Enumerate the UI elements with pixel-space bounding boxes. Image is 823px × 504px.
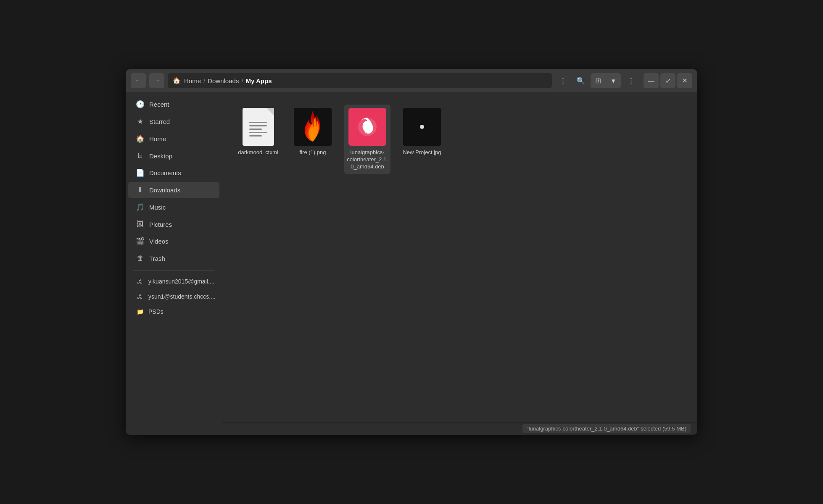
doc-icon <box>243 108 274 146</box>
music-icon: 🎵 <box>136 203 144 212</box>
file-name-deb: lunalgraphics-colortheater_2.1.0_amd64.d… <box>347 149 388 171</box>
sidebar-item-drive3[interactable]: 📁 PSDs <box>128 304 219 319</box>
sidebar-label-downloads: Downloads <box>149 186 180 194</box>
drive2-icon: 🖧 <box>136 293 144 300</box>
status-text: "lunalgraphics-colortheater_2.1.0_amd64.… <box>522 424 691 433</box>
sidebar-item-recent[interactable]: 🕐 Recent <box>128 96 219 113</box>
file-icon-darkmood <box>239 108 277 146</box>
sidebar: 🕐 Recent ★ Starred 🏠 Home 🖥 Desktop 📄 Do… <box>126 92 222 435</box>
drive1-icon: 🖧 <box>136 278 144 285</box>
sidebar-label-recent: Recent <box>149 101 169 108</box>
jpg-dot <box>420 125 424 129</box>
sidebar-label-home: Home <box>149 135 166 142</box>
jpg-preview <box>403 108 441 146</box>
file-item-newproject[interactable]: New Project.jpg <box>399 105 445 174</box>
breadcrumb-current: My Apps <box>246 77 272 84</box>
sidebar-item-starred[interactable]: ★ Starred <box>128 113 219 130</box>
sidebar-item-music[interactable]: 🎵 Music <box>128 199 219 215</box>
file-manager-window: ← → 🏠 Home / Downloads / My Apps ⋮ 🔍 ⊞ ▾… <box>126 69 697 435</box>
drive3-icon: 📁 <box>136 308 144 315</box>
view-grid-button[interactable]: ⊞ <box>591 73 606 88</box>
sidebar-item-drive2[interactable]: 🖧 ysun1@students.chccs.... <box>128 289 219 304</box>
file-icon-fire <box>294 108 332 146</box>
view-toggle-group: ⊞ ▾ <box>591 73 621 88</box>
home-icon: 🏠 <box>173 77 181 84</box>
file-item-fire[interactable]: fire (1).png <box>290 105 336 174</box>
home-sidebar-icon: 🏠 <box>136 134 144 143</box>
breadcrumb-home[interactable]: Home <box>184 77 201 84</box>
deb-icon <box>348 108 386 146</box>
desktop-icon: 🖥 <box>136 152 144 160</box>
back-button[interactable]: ← <box>131 73 146 88</box>
sidebar-label-pictures: Pictures <box>149 221 172 228</box>
statusbar: "lunalgraphics-colortheater_2.1.0_amd64.… <box>222 422 697 435</box>
sidebar-label-documents: Documents <box>149 169 181 176</box>
sidebar-label-drive1: yikuansun2015@gmail.... <box>148 278 214 285</box>
file-icon-deb <box>348 108 386 146</box>
file-item-deb[interactable]: lunalgraphics-colortheater_2.1.0_amd64.d… <box>344 105 390 174</box>
minimize-button[interactable]: — <box>644 73 659 88</box>
close-button[interactable]: ✕ <box>677 73 692 88</box>
breadcrumb-sep-1: / <box>203 77 205 84</box>
starred-icon: ★ <box>136 117 144 126</box>
main-content: darkmood. ctxml <box>222 92 697 435</box>
header-actions: ⋮ 🔍 ⊞ ▾ ⋮ <box>555 73 638 88</box>
more-options-button[interactable]: ⋮ <box>623 73 638 88</box>
sidebar-item-home[interactable]: 🏠 Home <box>128 131 219 147</box>
search-button[interactable]: 🔍 <box>573 73 588 88</box>
forward-button[interactable]: → <box>149 73 164 88</box>
sidebar-label-videos: Videos <box>149 238 169 245</box>
sidebar-separator <box>133 270 214 271</box>
sidebar-item-downloads[interactable]: ⬇ Downloads <box>128 182 219 198</box>
debian-logo-svg <box>355 114 380 139</box>
sidebar-item-documents[interactable]: 📄 Documents <box>128 165 219 181</box>
menu-button[interactable]: ⋮ <box>555 73 570 88</box>
file-icon-newproject <box>403 108 441 146</box>
pictures-icon: 🖼 <box>136 220 144 228</box>
sidebar-item-videos[interactable]: 🎬 Videos <box>128 233 219 249</box>
sidebar-item-drive1[interactable]: 🖧 yikuansun2015@gmail.... <box>128 274 219 289</box>
recent-icon: 🕐 <box>136 100 144 109</box>
body: 🕐 Recent ★ Starred 🏠 Home 🖥 Desktop 📄 Do… <box>126 92 697 435</box>
sidebar-label-drive2: ysun1@students.chccs.... <box>148 293 216 300</box>
downloads-icon: ⬇ <box>136 186 144 194</box>
doc-line-1 <box>249 122 267 123</box>
maximize-button[interactable]: ⤢ <box>660 73 675 88</box>
file-name-newproject: New Project.jpg <box>403 149 441 156</box>
files-area: darkmood. ctxml <box>222 92 697 422</box>
titlebar: ← → 🏠 Home / Downloads / My Apps ⋮ 🔍 ⊞ ▾… <box>126 69 697 92</box>
breadcrumb-downloads[interactable]: Downloads <box>208 77 239 84</box>
sidebar-label-trash: Trash <box>149 255 165 262</box>
file-item-darkmood[interactable]: darkmood. ctxml <box>235 105 281 174</box>
breadcrumb-sep-2: / <box>241 77 243 84</box>
doc-line-2 <box>249 125 267 126</box>
doc-line-4 <box>249 132 267 133</box>
window-controls: — ⤢ ✕ <box>644 73 692 88</box>
sidebar-label-desktop: Desktop <box>149 152 172 160</box>
view-chevron-button[interactable]: ▾ <box>606 73 621 88</box>
documents-icon: 📄 <box>136 168 144 177</box>
sidebar-item-pictures[interactable]: 🖼 Pictures <box>128 216 219 232</box>
trash-icon: 🗑 <box>136 254 144 262</box>
sidebar-label-drive3: PSDs <box>148 308 164 315</box>
fire-preview <box>294 108 332 146</box>
breadcrumb: 🏠 Home / Downloads / My Apps <box>168 73 552 88</box>
doc-line-5 <box>249 135 262 136</box>
sidebar-item-desktop[interactable]: 🖥 Desktop <box>128 148 219 164</box>
file-name-darkmood: darkmood. ctxml <box>238 149 278 156</box>
doc-lines <box>249 122 267 136</box>
file-name-fire: fire (1).png <box>300 149 326 156</box>
sidebar-item-trash[interactable]: 🗑 Trash <box>128 250 219 266</box>
sidebar-label-starred: Starred <box>149 118 170 125</box>
doc-line-3 <box>249 129 262 130</box>
sidebar-label-music: Music <box>149 204 166 211</box>
videos-icon: 🎬 <box>136 237 144 246</box>
fire-svg <box>300 110 325 144</box>
